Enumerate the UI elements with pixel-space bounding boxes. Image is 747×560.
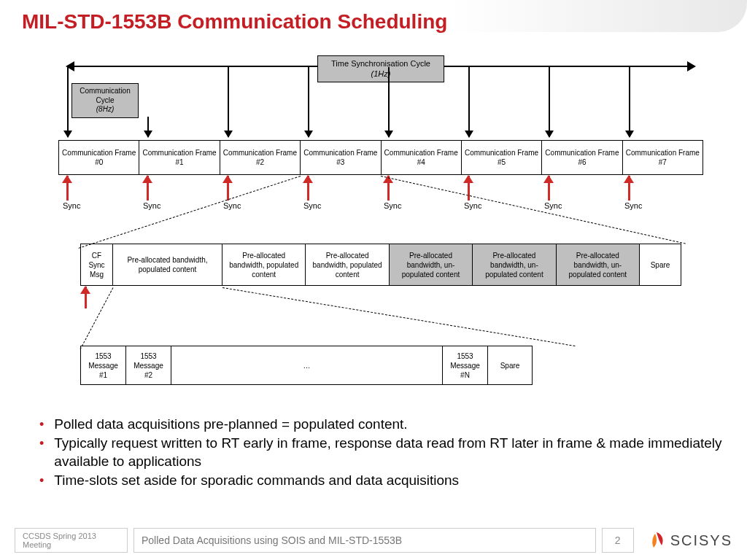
bandwidth-unpopulated-cell: Pre-allocated bandwidth, un-populated co… bbox=[557, 244, 640, 285]
frame-tick-arrow bbox=[388, 67, 390, 137]
bandwidth-unpopulated-cell: Pre-allocated bandwidth, un-populated co… bbox=[390, 244, 473, 285]
frame-tick-arrow bbox=[308, 67, 309, 137]
expansion-line bbox=[222, 287, 576, 346]
scheduling-diagram: Time Synchronisation Cycle (1Hz) Communi… bbox=[58, 55, 703, 398]
messages-row: 1553 Message #1 1553 Message #2 … 1553 M… bbox=[80, 346, 533, 385]
bullet-icon: • bbox=[39, 472, 44, 489]
sync-arrow bbox=[468, 176, 470, 201]
comm-frame: Communication Frame #6 bbox=[542, 141, 622, 174]
logo-text: SCISYS bbox=[670, 532, 732, 549]
sync-arrow bbox=[227, 176, 229, 201]
bandwidth-populated-cell: Pre-allocated bandwidth, populated conte… bbox=[113, 244, 222, 285]
footer-doc-title: Polled Data Acquisitions using SOIS and … bbox=[133, 528, 596, 553]
frame-tick-arrow bbox=[549, 67, 550, 137]
sync-arrow bbox=[628, 176, 630, 201]
comm-frame: Communication Frame #1 bbox=[139, 141, 220, 174]
comm-frame: Communication Frame #4 bbox=[382, 141, 462, 174]
frame-tick-arrow bbox=[67, 67, 69, 137]
comm-frame: Communication Frame #5 bbox=[462, 141, 542, 174]
cf-sync-msg-cell: CF Sync Msg bbox=[81, 244, 113, 285]
comm-frame: Communication Frame #7 bbox=[623, 141, 703, 174]
sync-arrow bbox=[387, 176, 390, 201]
footer-page-number: 2 bbox=[602, 528, 634, 553]
sync-arrow bbox=[66, 176, 69, 201]
message-cell: 1553 Message #2 bbox=[126, 346, 171, 384]
bullet-icon: • bbox=[39, 416, 44, 433]
comm-frame: Communication Frame #3 bbox=[301, 141, 381, 174]
sync-arrow bbox=[85, 287, 87, 308]
sync-label: Sync bbox=[63, 201, 80, 210]
bullet-item: •Typically request written to RT early i… bbox=[39, 435, 725, 470]
tsc-text: Time Synchronisation Cycle bbox=[331, 58, 430, 69]
page-title: MIL-STD-1553B Communication Scheduling bbox=[22, 10, 747, 34]
bullet-item: •Polled data acquisitions pre-planned = … bbox=[39, 416, 725, 433]
frame-tick-arrow bbox=[468, 67, 470, 137]
message-ellipsis: … bbox=[171, 346, 443, 384]
comm-frame: Communication Frame #0 bbox=[59, 141, 139, 174]
communication-frames-row: Communication Frame #0 Communication Fra… bbox=[58, 140, 703, 175]
spare-cell: Spare bbox=[488, 346, 532, 384]
sync-label: Sync bbox=[223, 201, 241, 210]
company-logo: SCISYS bbox=[647, 531, 732, 550]
message-cell: 1553 Message #N bbox=[443, 346, 488, 384]
bullet-icon: • bbox=[39, 435, 44, 470]
time-sync-cycle-label: Time Synchronisation Cycle (1Hz) bbox=[317, 55, 444, 82]
message-cell: 1553 Message #1 bbox=[81, 346, 126, 384]
bandwidth-row: CF Sync Msg Pre-allocated bandwidth, pop… bbox=[80, 244, 681, 286]
sync-arrow bbox=[548, 176, 550, 201]
bandwidth-unpopulated-cell: Pre-allocated bandwidth, un-populated co… bbox=[473, 244, 556, 285]
sync-label: Sync bbox=[624, 201, 642, 210]
footer-meeting: CCSDS Spring 2013 Meeting bbox=[15, 528, 128, 553]
sync-label: Sync bbox=[464, 201, 481, 210]
comm-frame: Communication Frame #2 bbox=[220, 141, 301, 174]
tsc-freq: (1Hz) bbox=[331, 69, 430, 79]
sync-arrow bbox=[307, 176, 309, 201]
bandwidth-populated-cell: Pre-allocated bandwidth, populated conte… bbox=[222, 244, 306, 285]
bandwidth-populated-cell: Pre-allocated bandwidth, populated conte… bbox=[306, 244, 389, 285]
frame-tick-arrow bbox=[228, 67, 229, 137]
communication-cycle-label: Communication Cycle (8Hz) bbox=[71, 83, 139, 118]
footer: CCSDS Spring 2013 Meeting Polled Data Ac… bbox=[15, 526, 732, 554]
frame-tick-arrow bbox=[147, 117, 149, 137]
frame-tick-arrow bbox=[629, 67, 630, 137]
sync-label: Sync bbox=[143, 201, 160, 210]
sync-label: Sync bbox=[544, 201, 562, 210]
bullet-item: •Time-slots set aside for sporadic comma… bbox=[39, 472, 725, 489]
spare-cell: Spare bbox=[640, 244, 681, 285]
bullet-list: •Polled data acquisitions pre-planned = … bbox=[39, 416, 725, 491]
sync-label: Sync bbox=[384, 201, 401, 210]
sync-arrow bbox=[147, 176, 149, 201]
logo-icon bbox=[647, 531, 666, 550]
sync-label: Sync bbox=[303, 201, 321, 210]
